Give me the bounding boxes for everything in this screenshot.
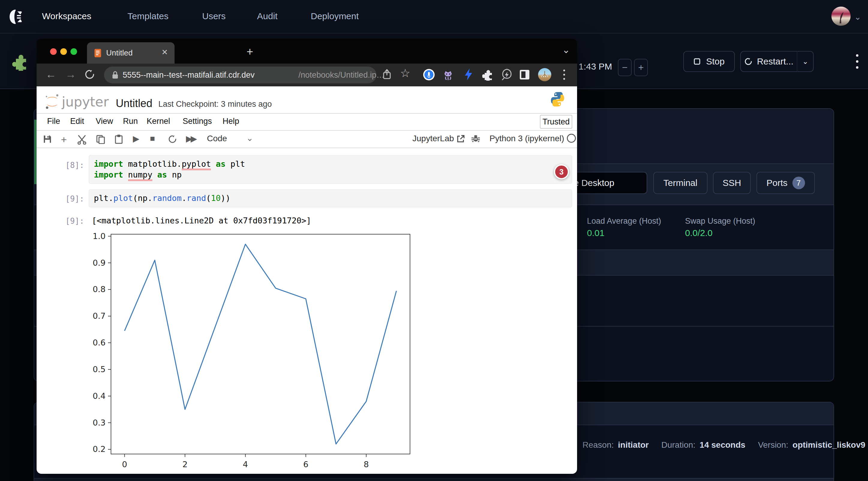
svg-text:2: 2 xyxy=(182,460,187,469)
svg-text:6: 6 xyxy=(303,460,308,469)
menubar-divider xyxy=(37,130,577,131)
address-bar[interactable]: 5555--main--test--matifali.atif.cdr.dev … xyxy=(104,67,376,83)
user-menu-chevron-icon[interactable]: ⌄ xyxy=(854,12,861,22)
nav-item-templates[interactable]: Templates xyxy=(127,0,168,32)
menu-view[interactable]: View xyxy=(96,117,113,126)
cell-type-chevron-icon[interactable]: ⌄ xyxy=(246,133,253,143)
paste-cells-button[interactable] xyxy=(114,134,124,144)
restart-workspace-button[interactable]: Restart... xyxy=(740,51,797,72)
window-close-button[interactable] xyxy=(50,48,57,55)
restart-options-chevron[interactable]: ⌄ xyxy=(798,51,814,72)
app-button-ports[interactable]: Ports 7 xyxy=(756,172,815,194)
browser-tab[interactable]: Untitled ✕ xyxy=(87,42,175,64)
debugger-bug-icon[interactable] xyxy=(471,134,481,144)
kernel-name[interactable]: Python 3 (ipykernel) xyxy=(490,134,564,143)
window-minimize-button[interactable] xyxy=(60,48,67,55)
kernel-status-indicator xyxy=(567,134,576,143)
notebook-checkpoint: Last Checkpoint: 3 minutes ago xyxy=(158,100,272,109)
cell8-prompt: [8]: xyxy=(65,161,84,170)
browser-window: Untitled ✕ + ⌄ ← → 5555--main--test--mat… xyxy=(37,39,577,474)
forward-button[interactable]: → xyxy=(65,68,76,81)
browser-menu-kebab-icon[interactable] xyxy=(561,68,567,82)
user-avatar[interactable] xyxy=(831,7,850,26)
run-cell-button[interactable]: ▶ xyxy=(133,134,140,143)
window-zoom-button[interactable] xyxy=(70,48,77,55)
out9-text: [<matplotlib.lines.Line2D at 0x7fd03f191… xyxy=(92,216,311,225)
cell8-input[interactable]: import matplotlib.pyplot as plt import n… xyxy=(89,155,572,184)
svg-text:0.4: 0.4 xyxy=(93,391,105,400)
jupyter-page: jupyter Untitled Last Checkpoint: 3 minu… xyxy=(37,86,577,474)
side-panel-icon[interactable] xyxy=(519,69,530,81)
jupyterlab-link[interactable]: JupyterLab xyxy=(412,134,454,143)
url-path: /notebooks/Untitled.ip… xyxy=(299,70,384,80)
cell9-input[interactable]: plt.plot(np.random.rand(10)) xyxy=(89,190,572,207)
insert-cell-button[interactable]: + xyxy=(61,134,67,146)
extension-1password-icon[interactable] xyxy=(423,69,435,81)
nav-item-users[interactable]: Users xyxy=(202,0,225,32)
save-button[interactable] xyxy=(42,134,52,144)
back-button[interactable]: ← xyxy=(45,68,56,81)
cut-cells-button[interactable] xyxy=(77,134,87,145)
menu-settings[interactable]: Settings xyxy=(183,117,212,126)
workspace-kebab-menu[interactable] xyxy=(851,52,863,71)
reload-button[interactable] xyxy=(84,69,95,80)
menu-run[interactable]: Run xyxy=(123,117,138,126)
browser-profile-avatar[interactable] xyxy=(538,68,551,81)
bookmark-star-icon[interactable]: ☆ xyxy=(400,67,410,80)
nav-item-deployment[interactable]: Deployment xyxy=(311,0,359,32)
stat-swap-usage-label: Swap Usage (Host) xyxy=(685,217,755,226)
trusted-button[interactable]: Trusted xyxy=(540,115,572,129)
screen: Workspaces Templates Users Audit Deploym… xyxy=(0,0,868,481)
coder-logo-icon[interactable] xyxy=(6,7,25,26)
line-chart: 0.20.30.40.50.60.70.80.91.002468 xyxy=(82,224,430,474)
share-icon[interactable] xyxy=(381,68,392,81)
svg-text:0.8: 0.8 xyxy=(93,285,105,294)
build-info-line: Reason: initiator Duration: 14 seconds V… xyxy=(583,440,865,450)
schedule-time: 1:43 PM xyxy=(579,62,612,72)
svg-text:0.2: 0.2 xyxy=(93,444,105,454)
matplotlib-figure: 0.20.30.40.50.60.70.80.91.002468 xyxy=(82,224,430,474)
tab-search-chevron-icon[interactable]: ⌄ xyxy=(562,44,570,56)
cell8-run-count-badge[interactable]: 3 xyxy=(554,164,569,179)
run-all-cells-button[interactable]: ▶▶ xyxy=(186,134,195,143)
stat-swap-usage-value: 0.0/2.0 xyxy=(685,228,713,238)
schedule-decrease-button[interactable]: − xyxy=(618,59,632,76)
svg-text:4: 4 xyxy=(243,460,248,469)
top-navigation: Workspaces Templates Users Audit Deploym… xyxy=(0,0,868,34)
menu-edit[interactable]: Edit xyxy=(70,117,84,126)
nav-item-workspaces[interactable]: Workspaces xyxy=(42,0,91,32)
copy-cells-button[interactable] xyxy=(96,134,105,144)
svg-text:0.7: 0.7 xyxy=(93,311,105,321)
cell9-prompt: [9]: xyxy=(65,194,84,203)
browser-tab-strip: Untitled ✕ + ⌄ xyxy=(37,39,577,64)
nav-item-audit[interactable]: Audit xyxy=(257,0,277,32)
menu-help[interactable]: Help xyxy=(222,117,239,126)
svg-text:1.0: 1.0 xyxy=(93,231,105,241)
browser-toolbar: ← → 5555--main--test--matifali.atif.cdr.… xyxy=(37,64,577,86)
cell-type-select[interactable]: Code xyxy=(207,134,227,143)
new-tab-button[interactable]: + xyxy=(247,45,253,58)
notebook-title[interactable]: Untitled xyxy=(116,97,152,110)
url-host: 5555--main--test--matifali.atif.cdr.dev xyxy=(123,70,255,80)
notebook-favicon xyxy=(94,48,102,58)
app-button-ssh[interactable]: SSH xyxy=(713,172,751,194)
jupyter-brand: jupyter xyxy=(62,94,109,109)
schedule-increase-button[interactable]: + xyxy=(634,59,648,76)
external-link-icon[interactable] xyxy=(456,134,465,143)
header-divider xyxy=(37,113,577,114)
extension-github-icon[interactable] xyxy=(442,69,454,81)
energy-saver-icon[interactable] xyxy=(501,68,513,81)
ports-count-badge: 7 xyxy=(793,177,805,189)
restart-icon xyxy=(744,58,752,65)
app-button-terminal[interactable]: Terminal xyxy=(653,172,708,194)
tab-close-icon[interactable]: ✕ xyxy=(161,48,168,57)
stop-workspace-button[interactable]: Stop xyxy=(683,51,735,72)
interrupt-kernel-button[interactable]: ■ xyxy=(150,134,155,143)
svg-text:0: 0 xyxy=(122,460,127,469)
menu-file[interactable]: File xyxy=(47,117,60,126)
extensions-puzzle-icon[interactable] xyxy=(482,69,494,81)
restart-kernel-button[interactable] xyxy=(168,134,177,144)
menu-kernel[interactable]: Kernel xyxy=(147,117,170,126)
extension-bolt-icon[interactable] xyxy=(463,68,474,81)
build-reason-value: initiator xyxy=(618,440,649,450)
